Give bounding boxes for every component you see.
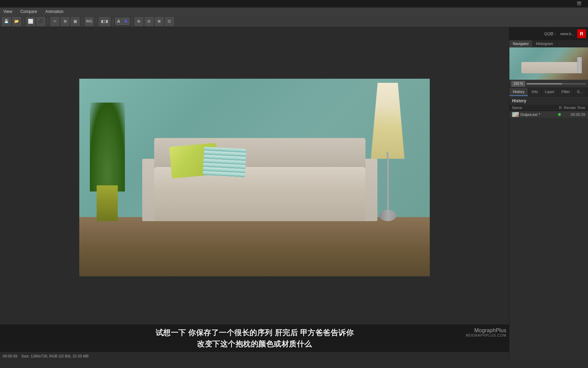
separator-3	[82, 18, 82, 25]
ab-buttons: A B	[115, 18, 129, 25]
zoom-icon: ⊞	[64, 19, 67, 24]
history-row-status-dot	[558, 113, 561, 116]
sofa	[142, 138, 377, 221]
plant-pot	[97, 185, 118, 221]
history-title: History	[509, 96, 588, 105]
main-layout: ABCEFGLMQRSWX Helvetia	[0, 27, 588, 360]
lamp-base	[379, 210, 396, 221]
pillow-stripe	[203, 147, 246, 177]
b-button[interactable]: B	[122, 18, 129, 25]
minimize-button[interactable]: —	[577, 1, 581, 5]
history-row-time: 00:00:39	[565, 112, 585, 117]
navigator-preview	[509, 47, 588, 80]
history-row-r	[558, 113, 564, 116]
grid-btn-2[interactable]: ⊟	[145, 17, 153, 26]
separator-5	[113, 18, 113, 25]
status-size: Size: 1280x720, RGB (32 Bit), 22.55 MB	[21, 354, 89, 358]
toolbar: 💾 📂 ⬜ ⬛ ✂ ⊞ ▦ IMG ◧◨ A B ⊞ ⊟ ⊠ ⊡	[0, 16, 588, 27]
image-button[interactable]: IMG	[85, 17, 94, 26]
grid-icon-3: ⊠	[158, 19, 161, 24]
grid-btn-4[interactable]: ⊡	[165, 17, 174, 26]
floor-lamp	[367, 83, 409, 221]
col-render-time: Render Time	[563, 106, 585, 110]
nav-preview-sofa	[521, 62, 579, 73]
tab-info[interactable]: Info	[528, 88, 541, 96]
col-name: Name	[512, 106, 558, 110]
status-bar: 00:00:39 Size: 1280x720, RGB (32 Bit), 2…	[0, 352, 509, 360]
history-row-filename: Output.exr *	[520, 112, 557, 117]
plant	[90, 103, 125, 221]
crop-icon: ✂	[53, 19, 56, 24]
floor	[79, 217, 430, 276]
zoom-control	[509, 80, 588, 88]
mograph-light: Plus	[496, 327, 506, 333]
view-ab-icon: ◧◨	[101, 19, 108, 24]
crop-button[interactable]: ✂	[50, 17, 59, 26]
subtitle-line-2: 改变下这个抱枕的颜色或材质什么	[197, 338, 312, 350]
a-button[interactable]: A	[115, 18, 122, 25]
grid-icon-1: ⊞	[137, 19, 140, 24]
frame-button-1[interactable]: ⬜	[26, 17, 35, 26]
menu-view[interactable]: View	[1, 9, 14, 15]
grid-icon-2: ⊟	[147, 19, 150, 24]
frame-icon-1: ⬜	[28, 19, 33, 24]
title-bar: —	[0, 0, 588, 7]
region-icon: ▦	[74, 19, 77, 24]
nav-preview-image	[509, 47, 588, 80]
status-time: 00:00:39	[3, 354, 17, 358]
col-r: R	[558, 106, 563, 110]
history-header: Name R Render Time	[509, 105, 588, 111]
zoom-slider-fill	[526, 83, 562, 85]
mograph-url: MOGRAPHPLUS.COM	[466, 334, 506, 337]
render-scene: ABCEFGLMQRSWX Helvetia	[79, 79, 430, 276]
frame-icon-2: ⬛	[38, 19, 44, 24]
menu-compare[interactable]: Compare	[18, 9, 39, 15]
grid-btn-3[interactable]: ⊠	[155, 17, 164, 26]
tab-s[interactable]: S...	[574, 88, 587, 96]
open-button[interactable]: 📂	[12, 17, 21, 26]
right-panel: QQ群： www.b... R Navigator Histogram Hist…	[509, 27, 588, 360]
brand-r-logo: R	[577, 29, 586, 38]
separator-4	[96, 18, 96, 25]
subtitle-line-1: 试想一下 你保存了一个很长的序列 肝完后 甲方爸爸告诉你	[156, 327, 354, 338]
menu-animation[interactable]: Animation	[43, 9, 65, 15]
history-row[interactable]: Output.exr * 00:00:39	[509, 111, 588, 118]
zoom-input[interactable]	[511, 81, 525, 87]
separator-2	[48, 18, 48, 25]
canvas-area: ABCEFGLMQRSWX Helvetia	[0, 27, 509, 360]
save-button[interactable]: 💾	[2, 17, 11, 26]
tab-filter[interactable]: Filter	[558, 88, 573, 96]
view-ab-button[interactable]: ◧◨	[99, 17, 110, 26]
zoom-slider[interactable]	[526, 83, 586, 85]
url-label: www.b...	[560, 32, 574, 36]
save-icon: 💾	[4, 19, 9, 24]
history-row-thumbnail	[512, 112, 519, 117]
zoom-fit-button[interactable]: ⊞	[61, 17, 69, 26]
grid-btn-1[interactable]: ⊞	[134, 17, 143, 26]
nav-preview-lamp	[577, 57, 582, 74]
image-icon: IMG	[86, 19, 93, 23]
render-image-container: ABCEFGLMQRSWX Helvetia	[79, 79, 430, 276]
grid-icon-4: ⊡	[168, 19, 171, 24]
subtitle-area: 试想一下 你保存了一个很长的序列 肝完后 甲方爸爸告诉你 改变下这个抱枕的颜色或…	[0, 324, 509, 352]
brand-area: QQ群： www.b... R	[509, 27, 588, 40]
separator-6	[132, 18, 132, 25]
folder-icon: 📂	[14, 19, 19, 24]
nav-tabs: Navigator Histogram	[509, 40, 588, 47]
right-panel-tabs: History Info Layer Filter S...	[509, 88, 588, 96]
region-button[interactable]: ▦	[71, 17, 80, 26]
tab-navigator[interactable]: Navigator	[509, 40, 533, 47]
mograph-watermark: MographPlus MOGRAPHPLUS.COM	[466, 327, 506, 337]
separator-1	[23, 18, 24, 25]
history-panel: History Name R Render Time Output.exr * …	[509, 96, 588, 360]
lamp-shade	[371, 83, 405, 159]
tab-histogram[interactable]: Histogram	[533, 40, 557, 47]
frame-button-2[interactable]: ⬛	[36, 17, 45, 26]
mograph-bold: Mograph	[474, 327, 496, 333]
plant-leaves	[90, 103, 125, 191]
tab-layer[interactable]: Layer	[542, 88, 558, 96]
qq-label: QQ群：	[544, 31, 557, 36]
tab-history[interactable]: History	[509, 88, 528, 96]
menu-bar: View Compare Animation	[0, 7, 588, 16]
render-viewport: ABCEFGLMQRSWX Helvetia	[0, 27, 509, 324]
